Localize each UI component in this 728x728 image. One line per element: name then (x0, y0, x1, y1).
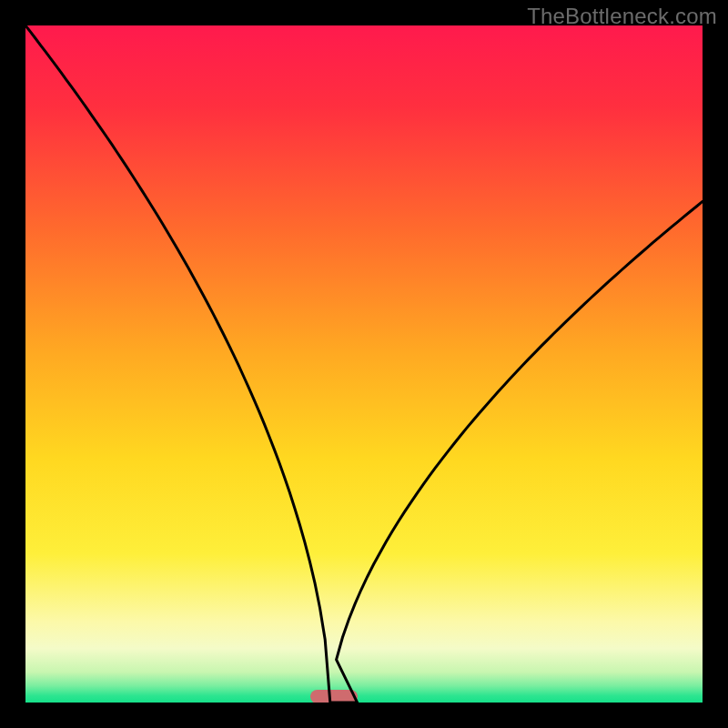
bottleneck-curve (25, 25, 703, 703)
chart-frame: TheBottleneck.com (0, 0, 728, 728)
plot-area (25, 25, 703, 703)
